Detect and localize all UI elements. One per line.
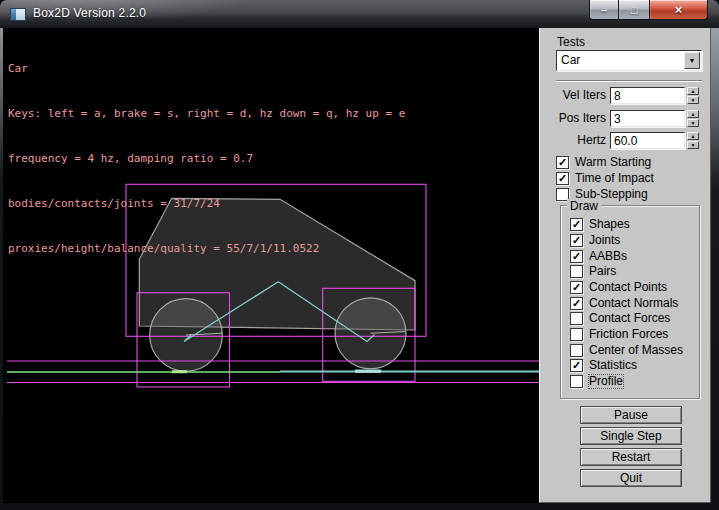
spinner-down-icon: ▼ [691, 121, 696, 126]
checkbox-box[interactable]: ✓ [570, 234, 583, 247]
app-window: Box2D Version 2.2.0 – □ × [0, 0, 719, 510]
checkbox-label: Center of Masses [589, 344, 683, 357]
vel-iters-stepper: ▲ ▼ [687, 87, 699, 104]
stats-overlay: Car Keys: left = a, brake = s, right = d… [8, 31, 405, 286]
simulation-canvas[interactable]: Car Keys: left = a, brake = s, right = d… [3, 28, 539, 503]
pos-iters-label: Pos Iters [540, 110, 606, 127]
draw-group: Draw ✓ Shapes ✓ Joints ✓ AABBs Pairs ✓ C… [560, 205, 700, 399]
checkbox-box[interactable] [570, 344, 583, 357]
minimize-button[interactable]: – [589, 0, 619, 20]
control-panel: Tests Car ▼ Vel Iters ▲ ▼ Pos Iters ▲ ▼ … [539, 28, 711, 503]
test-select-value: Car [561, 53, 580, 67]
draw-group-title: Draw [567, 199, 601, 213]
checkbox-label: Contact Forces [589, 312, 670, 325]
stats-line: Car [8, 61, 405, 76]
close-button[interactable]: × [649, 0, 708, 20]
checkbox-box[interactable]: ✓ [556, 156, 569, 169]
quit-button[interactable]: Quit [580, 469, 682, 487]
vel-iters-input[interactable] [610, 87, 685, 104]
spinner-down-icon: ▼ [691, 143, 696, 148]
checkbox-label: Statistics [589, 359, 637, 372]
spinner-down-button[interactable]: ▼ [687, 119, 699, 127]
checkbox-label: Shapes [589, 218, 630, 231]
checkbox-label: Time of Impact [575, 172, 654, 185]
hertz-label: Hertz [540, 132, 606, 149]
checkbox-label: AABBs [589, 250, 627, 263]
tests-label: Tests [557, 35, 585, 49]
spinner-up-button[interactable]: ▲ [687, 110, 699, 118]
checkbox-label: Contact Points [589, 281, 667, 294]
checkbox-box[interactable] [570, 265, 583, 278]
spinner-up-icon: ▲ [691, 112, 696, 117]
spinner-down-icon: ▼ [691, 98, 696, 103]
separator [556, 80, 702, 82]
checkbox-box[interactable]: ✓ [570, 218, 583, 231]
checkbox-label: Friction Forces [589, 328, 668, 341]
checkbox-label: Contact Normals [589, 297, 678, 310]
checkbox-label: Pairs [589, 265, 616, 278]
checkbox-box[interactable]: ✓ [570, 250, 583, 263]
chevron-down-icon: ▼ [689, 57, 696, 64]
maximize-icon: □ [631, 1, 638, 19]
spinner-down-button[interactable]: ▼ [687, 141, 699, 149]
stats-line: frequency = 4 hz, damping ratio = 0.7 [8, 151, 405, 166]
spinner-up-icon: ▲ [691, 89, 696, 94]
vel-iters-label: Vel Iters [540, 87, 606, 104]
pause-button[interactable]: Pause [580, 406, 682, 424]
title-bar[interactable]: Box2D Version 2.2.0 – □ × [0, 0, 719, 28]
spinner-up-button[interactable]: ▲ [687, 87, 699, 95]
hertz-stepper: ▲ ▼ [687, 132, 699, 149]
restart-button[interactable]: Restart [580, 448, 682, 466]
single-step-button[interactable]: Single Step [580, 427, 682, 445]
pos-iters-stepper: ▲ ▼ [687, 110, 699, 127]
checkbox-box[interactable]: ✓ [570, 281, 583, 294]
checkbox-box[interactable] [570, 312, 583, 325]
maximize-button[interactable]: □ [619, 0, 649, 20]
spinner-down-button[interactable]: ▼ [687, 96, 699, 104]
checkbox-label: Warm Starting [575, 156, 651, 169]
window-border-right [711, 28, 719, 503]
minimize-icon: – [601, 1, 607, 19]
window-title: Box2D Version 2.2.0 [33, 6, 146, 20]
dropdown-arrow-button[interactable]: ▼ [684, 52, 700, 69]
checkbox-box[interactable] [570, 328, 583, 341]
stats-line: proxies/height/balance/quality = 55/7/1/… [8, 241, 405, 256]
button-column: Pause Single Step Restart Quit [580, 406, 682, 490]
spinner-up-icon: ▲ [691, 134, 696, 139]
checkbox-box[interactable]: ✓ [570, 359, 583, 372]
app-icon [10, 8, 26, 21]
checkbox-label: Joints [589, 234, 620, 247]
checkbox-box[interactable]: ✓ [570, 297, 583, 310]
caption-buttons: – □ × [589, 0, 708, 20]
window-border-bottom [0, 503, 719, 510]
checkbox-box[interactable] [570, 375, 583, 388]
stats-line: bodies/contacts/joints = 31/7/24 [8, 196, 405, 211]
checkbox-box[interactable]: ✓ [556, 172, 569, 185]
hertz-input[interactable] [610, 132, 685, 149]
close-icon: × [675, 1, 683, 19]
spinner-up-button[interactable]: ▲ [687, 132, 699, 140]
checkbox-label: Profile [589, 375, 623, 388]
test-select[interactable]: Car ▼ [556, 50, 702, 71]
stats-line: Keys: left = a, brake = s, right = d, hz… [8, 106, 405, 121]
pos-iters-input[interactable] [610, 110, 685, 127]
